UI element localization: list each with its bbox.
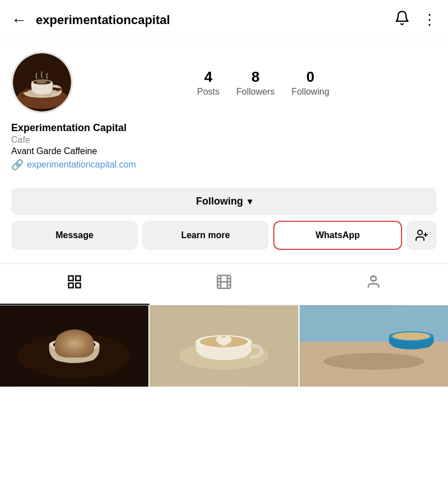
svg-point-31	[53, 340, 96, 350]
followers-label: Followers	[236, 87, 274, 97]
profile-link[interactable]: 🔗 experimentationcapital.com	[11, 159, 437, 171]
add-person-icon	[415, 229, 428, 242]
header: ← experimentationcapital ⋮	[0, 0, 448, 40]
reels-icon	[216, 274, 232, 294]
link-text: experimentationcapital.com	[27, 160, 136, 170]
tab-grid[interactable]	[0, 264, 150, 305]
grid-image-1[interactable]	[0, 305, 148, 387]
message-button[interactable]: Message	[11, 221, 138, 250]
following-label: Following	[291, 87, 329, 97]
profile-category: Cafe	[11, 135, 437, 145]
svg-point-6	[36, 81, 47, 84]
header-right: ⋮	[394, 10, 437, 30]
svg-point-43	[324, 353, 424, 370]
image-grid	[0, 305, 448, 387]
profile-tagline: Avant Garde Caffeine	[11, 146, 437, 156]
svg-point-30	[49, 338, 100, 351]
secondary-buttons-row: Message Learn more WhatsApp	[11, 221, 437, 250]
bio-section: Experimentation Capital Cafe Avant Garde…	[11, 122, 437, 171]
profile-top: 4 Posts 8 Followers 0 Following	[11, 52, 437, 113]
svg-point-10	[418, 230, 422, 235]
posts-count: 4	[204, 68, 212, 86]
following-button[interactable]: Following ▾	[11, 188, 437, 215]
add-friend-button[interactable]	[407, 221, 437, 250]
learn-more-button[interactable]: Learn more	[142, 221, 269, 250]
svg-rect-15	[69, 283, 73, 287]
grid-image-3[interactable]	[300, 305, 448, 387]
svg-rect-13	[69, 276, 73, 281]
following-stat[interactable]: 0 Following	[291, 68, 329, 97]
svg-rect-14	[76, 276, 81, 281]
page-title: experimentationcapital	[36, 13, 170, 27]
tagged-icon	[366, 274, 381, 294]
grid-image-2[interactable]	[150, 305, 298, 387]
tab-tagged[interactable]	[298, 264, 448, 305]
svg-rect-16	[76, 283, 81, 287]
following-count: 0	[306, 68, 314, 86]
avatar[interactable]	[11, 52, 73, 113]
back-button[interactable]: ←	[11, 11, 27, 29]
tab-bar	[0, 263, 448, 305]
posts-stat[interactable]: 4 Posts	[197, 68, 220, 97]
grid-icon	[67, 274, 82, 294]
more-options-icon[interactable]: ⋮	[422, 11, 437, 29]
profile-name: Experimentation Capital	[11, 122, 437, 134]
tab-reels[interactable]	[150, 264, 299, 305]
header-left: ← experimentationcapital	[11, 11, 170, 29]
whatsapp-button[interactable]: WhatsApp	[273, 221, 402, 250]
svg-point-28	[18, 333, 130, 378]
notification-icon[interactable]	[394, 10, 410, 30]
posts-label: Posts	[197, 87, 220, 97]
action-buttons: Following ▾ Message Learn more WhatsApp	[0, 180, 448, 258]
followers-stat[interactable]: 8 Followers	[236, 68, 274, 97]
stats-container: 4 Posts 8 Followers 0 Following	[90, 68, 437, 97]
chevron-down-icon: ▾	[248, 196, 252, 207]
following-label: Following	[196, 196, 243, 207]
link-icon: 🔗	[11, 159, 24, 171]
svg-point-32	[63, 341, 83, 347]
svg-point-42	[392, 332, 430, 340]
profile-section: 4 Posts 8 Followers 0 Following Experime…	[0, 40, 448, 180]
followers-count: 8	[251, 68, 259, 86]
